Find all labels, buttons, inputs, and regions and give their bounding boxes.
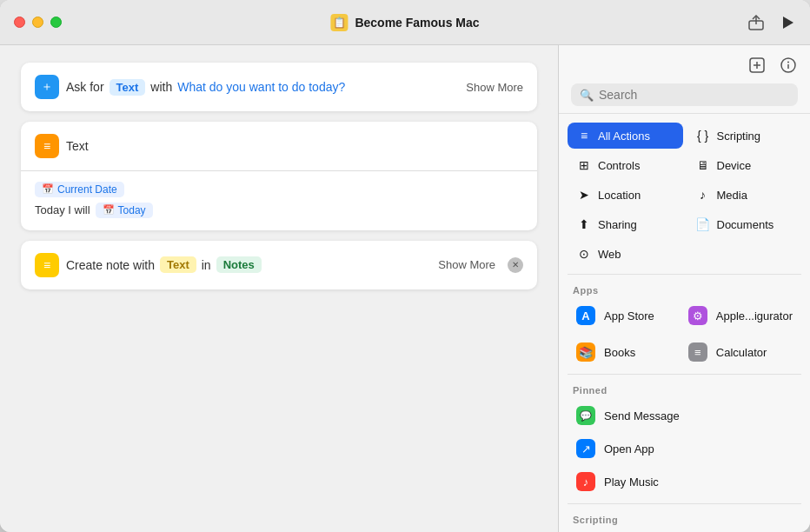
sidebar-top-icons xyxy=(571,56,798,75)
documents-icon: 📄 xyxy=(695,217,711,231)
separator-3 xyxy=(568,503,801,504)
sidebar-item-all-actions[interactable]: ≡ All Actions xyxy=(568,123,683,149)
ask-for-text-token[interactable]: Text xyxy=(110,79,146,96)
scripting-section-label: Scripting xyxy=(568,509,801,529)
sidebar-item-sharing[interactable]: ⬆ Sharing xyxy=(568,211,683,237)
traffic-lights xyxy=(14,17,62,28)
all-actions-label: All Actions xyxy=(598,130,650,143)
location-icon: ➤ xyxy=(576,188,592,202)
text-card: ≡ Text 📅 Current Date Today I will 📅 xyxy=(21,122,537,230)
app-store-label: App Store xyxy=(604,309,654,323)
sidebar-info-button[interactable] xyxy=(779,56,798,75)
sharing-icon: ⬆ xyxy=(576,217,592,231)
ask-for-with: with xyxy=(150,80,172,94)
sidebar-item-play-music[interactable]: ♪ Play Music xyxy=(568,465,801,498)
create-note-prefix: Create note with xyxy=(66,258,155,272)
separator-1 xyxy=(568,274,801,275)
ask-for-header: ＋ Ask for Text with What do you want to … xyxy=(21,63,537,111)
scripting-icon: { } xyxy=(695,129,711,143)
sidebar-item-open-app[interactable]: ↗ Open App xyxy=(568,432,801,465)
sidebar-item-app-store[interactable]: A App Store xyxy=(568,299,676,332)
body-text-row: Today I will 📅 Today xyxy=(35,203,523,218)
right-sidebar: 🔍 ≡ All Actions { } Scripting ⊞ xyxy=(558,45,810,532)
search-icon: 🔍 xyxy=(580,89,594,102)
svg-point-8 xyxy=(787,62,789,63)
text-body: 📅 Current Date Today I will 📅 Today xyxy=(21,171,537,230)
send-message-label: Send Message xyxy=(604,409,680,422)
search-bar[interactable]: 🔍 xyxy=(571,83,798,106)
books-icon: 📚 xyxy=(576,342,595,362)
sidebar-item-comment[interactable]: ≡ Comment xyxy=(568,529,801,532)
svg-marker-2 xyxy=(783,17,793,29)
search-input[interactable] xyxy=(599,88,789,102)
ask-for-prompt[interactable]: What do you want to do today? xyxy=(177,80,345,94)
device-label: Device xyxy=(717,159,752,172)
close-button[interactable] xyxy=(14,17,25,28)
send-message-icon: 💬 xyxy=(576,406,595,425)
sidebar-item-documents[interactable]: 📄 Documents xyxy=(687,211,802,237)
today-badge[interactable]: 📅 Today xyxy=(96,203,153,218)
create-note-close[interactable]: ✕ xyxy=(508,257,523,273)
all-actions-icon: ≡ xyxy=(576,129,592,143)
media-label: Media xyxy=(717,189,747,202)
app-window: 📋 Become Famous Mac xyxy=(0,0,810,532)
create-note-notes-token[interactable]: Notes xyxy=(216,256,262,273)
share-button[interactable] xyxy=(747,14,765,31)
web-icon: ⊙ xyxy=(576,247,592,261)
create-note-text-token[interactable]: Text xyxy=(160,256,196,273)
sidebar-item-send-message[interactable]: 💬 Send Message xyxy=(568,399,801,432)
play-music-icon: ♪ xyxy=(576,472,595,491)
sidebar-item-controls[interactable]: ⊞ Controls xyxy=(568,152,683,178)
scripting-label: Scripting xyxy=(717,130,761,143)
left-panel: ＋ Ask for Text with What do you want to … xyxy=(0,45,558,532)
sidebar-item-apple-configurator[interactable]: ⚙ Apple...igurator xyxy=(680,299,801,332)
web-label: Web xyxy=(598,248,621,261)
create-note-show-more[interactable]: Show More xyxy=(438,258,495,271)
calculator-label: Calculator xyxy=(716,346,767,359)
today-label: Today xyxy=(118,204,146,216)
sidebar-item-scripting[interactable]: { } Scripting xyxy=(687,123,802,149)
ask-for-show-more[interactable]: Show More xyxy=(466,81,523,94)
pinned-section-label: Pinned xyxy=(568,380,801,399)
create-note-in: in xyxy=(202,258,211,272)
sidebar-item-web[interactable]: ⊙ Web xyxy=(568,241,683,267)
sidebar-scroll: ≡ All Actions { } Scripting ⊞ Controls 🖥… xyxy=(559,114,810,532)
ask-for-prefix: Ask for xyxy=(66,80,104,94)
create-note-icon: ≡ xyxy=(35,253,59,277)
device-icon: 🖥 xyxy=(695,158,711,172)
text-label-row: Text xyxy=(66,139,523,153)
play-button[interactable] xyxy=(779,14,796,31)
apple-configurator-label: Apple...igurator xyxy=(716,309,793,323)
sidebar-item-calculator[interactable]: ≡ Calculator xyxy=(680,336,801,369)
ask-for-card: ＋ Ask for Text with What do you want to … xyxy=(21,63,537,111)
create-note-header: ≡ Create note with Text in Notes Show Mo… xyxy=(21,241,537,289)
sidebar-item-device[interactable]: 🖥 Device xyxy=(687,152,802,178)
text-label: Text xyxy=(66,139,89,153)
apps-section-label: Apps xyxy=(568,280,801,299)
sidebar-item-location[interactable]: ➤ Location xyxy=(568,182,683,208)
titlebar: 📋 Become Famous Mac xyxy=(0,0,810,45)
fullscreen-button[interactable] xyxy=(50,17,62,28)
minimize-button[interactable] xyxy=(32,17,43,28)
sidebar-item-media[interactable]: ♪ Media xyxy=(687,182,802,208)
books-label: Books xyxy=(604,346,635,359)
ask-for-icon: ＋ xyxy=(35,75,59,99)
play-music-label: Play Music xyxy=(604,475,659,489)
calculator-icon: ≡ xyxy=(688,342,707,362)
apple-configurator-icon: ⚙ xyxy=(688,306,707,325)
current-date-badge[interactable]: 📅 Current Date xyxy=(35,182,124,197)
documents-label: Documents xyxy=(717,218,774,231)
sidebar-item-books[interactable]: 📚 Books xyxy=(568,336,676,369)
text-icon: ≡ xyxy=(35,134,59,158)
titlebar-actions xyxy=(747,14,796,31)
sidebar-add-button[interactable] xyxy=(747,56,767,75)
window-title: 📋 Become Famous Mac xyxy=(330,14,479,31)
controls-label: Controls xyxy=(598,159,640,172)
main-content: ＋ Ask for Text with What do you want to … xyxy=(0,45,810,532)
app-icon: 📋 xyxy=(330,14,348,31)
category-grid: ≡ All Actions { } Scripting ⊞ Controls 🖥… xyxy=(568,123,801,267)
separator-2 xyxy=(568,374,801,375)
sharing-label: Sharing xyxy=(598,218,637,231)
create-note-label-row: Create note with Text in Notes xyxy=(66,256,431,273)
text-header: ≡ Text xyxy=(21,122,537,170)
